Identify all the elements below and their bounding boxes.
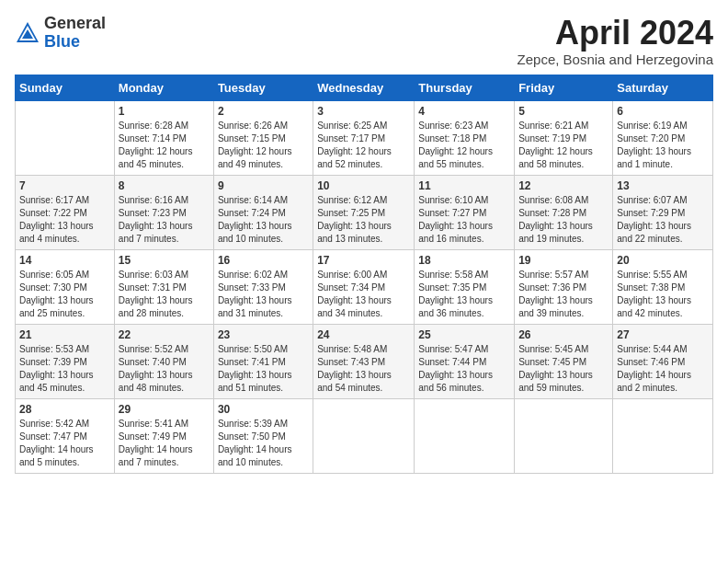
- day-cell: 22Sunrise: 5:52 AM Sunset: 7:40 PM Dayli…: [114, 324, 213, 398]
- logo-general: General: [44, 15, 106, 33]
- day-number: 1: [119, 105, 210, 118]
- day-number: 14: [19, 254, 110, 267]
- calendar-table: SundayMondayTuesdayWednesdayThursdayFrid…: [15, 75, 713, 474]
- day-cell: 13Sunrise: 6:07 AM Sunset: 7:29 PM Dayli…: [613, 175, 713, 249]
- day-number: 23: [218, 328, 309, 341]
- day-number: 9: [218, 179, 309, 192]
- day-number: 26: [518, 328, 609, 341]
- day-cell: 12Sunrise: 6:08 AM Sunset: 7:28 PM Dayli…: [515, 175, 613, 249]
- day-info: Sunrise: 5:55 AM Sunset: 7:38 PM Dayligh…: [617, 269, 709, 320]
- day-cell: 26Sunrise: 5:45 AM Sunset: 7:45 PM Dayli…: [515, 324, 613, 398]
- day-info: Sunrise: 6:10 AM Sunset: 7:27 PM Dayligh…: [418, 194, 510, 246]
- day-cell: 11Sunrise: 6:10 AM Sunset: 7:27 PM Dayli…: [415, 175, 515, 249]
- page-header: General Blue April 2024 Zepce, Bosnia an…: [15, 15, 713, 67]
- day-cell: 9Sunrise: 6:14 AM Sunset: 7:24 PM Daylig…: [213, 175, 313, 249]
- day-number: 22: [119, 328, 210, 341]
- day-number: 8: [119, 179, 210, 192]
- day-info: Sunrise: 5:44 AM Sunset: 7:46 PM Dayligh…: [617, 343, 709, 395]
- day-cell: 3Sunrise: 6:25 AM Sunset: 7:17 PM Daylig…: [313, 100, 415, 175]
- day-number: 17: [317, 254, 410, 267]
- day-cell: 6Sunrise: 6:19 AM Sunset: 7:20 PM Daylig…: [613, 100, 713, 175]
- day-info: Sunrise: 6:16 AM Sunset: 7:23 PM Dayligh…: [119, 194, 210, 246]
- header-cell-monday: Monday: [114, 75, 213, 100]
- day-info: Sunrise: 5:45 AM Sunset: 7:45 PM Dayligh…: [518, 343, 609, 395]
- header-cell-wednesday: Wednesday: [313, 75, 415, 100]
- day-info: Sunrise: 6:21 AM Sunset: 7:19 PM Dayligh…: [518, 120, 609, 171]
- day-number: 21: [19, 328, 110, 341]
- day-info: Sunrise: 6:08 AM Sunset: 7:28 PM Dayligh…: [518, 194, 609, 246]
- day-cell: 30Sunrise: 5:39 AM Sunset: 7:50 PM Dayli…: [213, 398, 313, 473]
- header-cell-saturday: Saturday: [613, 75, 713, 100]
- subtitle: Zepce, Bosnia and Herzegovina: [518, 52, 713, 67]
- day-cell: 25Sunrise: 5:47 AM Sunset: 7:44 PM Dayli…: [415, 324, 515, 398]
- day-cell: 14Sunrise: 6:05 AM Sunset: 7:30 PM Dayli…: [16, 249, 115, 324]
- month-title: April 2024: [518, 15, 713, 52]
- day-cell: 20Sunrise: 5:55 AM Sunset: 7:38 PM Dayli…: [613, 249, 713, 324]
- week-row-4: 21Sunrise: 5:53 AM Sunset: 7:39 PM Dayli…: [16, 324, 713, 398]
- day-info: Sunrise: 6:14 AM Sunset: 7:24 PM Dayligh…: [218, 194, 309, 246]
- day-info: Sunrise: 6:25 AM Sunset: 7:17 PM Dayligh…: [317, 120, 410, 171]
- day-cell: [313, 398, 415, 473]
- day-number: 11: [418, 179, 510, 192]
- header-cell-friday: Friday: [515, 75, 613, 100]
- day-number: 15: [119, 254, 210, 267]
- week-row-2: 7Sunrise: 6:17 AM Sunset: 7:22 PM Daylig…: [16, 175, 713, 249]
- day-info: Sunrise: 6:12 AM Sunset: 7:25 PM Dayligh…: [317, 194, 410, 246]
- week-row-1: 1Sunrise: 6:28 AM Sunset: 7:14 PM Daylig…: [16, 100, 713, 175]
- day-number: 20: [617, 254, 709, 267]
- day-cell: 1Sunrise: 6:28 AM Sunset: 7:14 PM Daylig…: [114, 100, 213, 175]
- day-cell: [515, 398, 613, 473]
- day-number: 13: [617, 179, 709, 192]
- week-row-3: 14Sunrise: 6:05 AM Sunset: 7:30 PM Dayli…: [16, 249, 713, 324]
- day-cell: 15Sunrise: 6:03 AM Sunset: 7:31 PM Dayli…: [114, 249, 213, 324]
- day-number: 27: [617, 328, 709, 341]
- logo-blue: Blue: [44, 33, 106, 52]
- day-info: Sunrise: 6:07 AM Sunset: 7:29 PM Dayligh…: [617, 194, 709, 246]
- title-block: April 2024 Zepce, Bosnia and Herzegovina: [518, 15, 713, 67]
- day-number: 7: [19, 179, 110, 192]
- day-info: Sunrise: 5:57 AM Sunset: 7:36 PM Dayligh…: [518, 269, 609, 320]
- header-cell-tuesday: Tuesday: [213, 75, 313, 100]
- day-info: Sunrise: 5:42 AM Sunset: 7:47 PM Dayligh…: [19, 418, 110, 469]
- day-info: Sunrise: 6:02 AM Sunset: 7:33 PM Dayligh…: [218, 269, 309, 320]
- day-number: 6: [617, 105, 709, 118]
- day-number: 24: [317, 328, 410, 341]
- day-info: Sunrise: 6:05 AM Sunset: 7:30 PM Dayligh…: [19, 269, 110, 320]
- day-number: 3: [317, 105, 410, 118]
- day-cell: 29Sunrise: 5:41 AM Sunset: 7:49 PM Dayli…: [114, 398, 213, 473]
- day-cell: 28Sunrise: 5:42 AM Sunset: 7:47 PM Dayli…: [16, 398, 115, 473]
- day-number: 2: [218, 105, 309, 118]
- day-info: Sunrise: 6:03 AM Sunset: 7:31 PM Dayligh…: [119, 269, 210, 320]
- logo: General Blue: [15, 15, 106, 52]
- day-cell: 10Sunrise: 6:12 AM Sunset: 7:25 PM Dayli…: [313, 175, 415, 249]
- day-cell: 5Sunrise: 6:21 AM Sunset: 7:19 PM Daylig…: [515, 100, 613, 175]
- day-cell: 4Sunrise: 6:23 AM Sunset: 7:18 PM Daylig…: [415, 100, 515, 175]
- logo-icon: [15, 20, 40, 46]
- day-cell: 17Sunrise: 6:00 AM Sunset: 7:34 PM Dayli…: [313, 249, 415, 324]
- day-cell: 16Sunrise: 6:02 AM Sunset: 7:33 PM Dayli…: [213, 249, 313, 324]
- day-number: 28: [19, 403, 110, 416]
- day-info: Sunrise: 6:23 AM Sunset: 7:18 PM Dayligh…: [418, 120, 510, 171]
- day-cell: [16, 100, 115, 175]
- day-cell: 24Sunrise: 5:48 AM Sunset: 7:43 PM Dayli…: [313, 324, 415, 398]
- day-number: 12: [518, 179, 609, 192]
- day-number: 18: [418, 254, 510, 267]
- day-cell: 23Sunrise: 5:50 AM Sunset: 7:41 PM Dayli…: [213, 324, 313, 398]
- day-info: Sunrise: 5:53 AM Sunset: 7:39 PM Dayligh…: [19, 343, 110, 395]
- day-cell: [613, 398, 713, 473]
- header-cell-sunday: Sunday: [16, 75, 115, 100]
- header-row: SundayMondayTuesdayWednesdayThursdayFrid…: [16, 75, 713, 100]
- week-row-5: 28Sunrise: 5:42 AM Sunset: 7:47 PM Dayli…: [16, 398, 713, 473]
- day-cell: 21Sunrise: 5:53 AM Sunset: 7:39 PM Dayli…: [16, 324, 115, 398]
- day-number: 29: [119, 403, 210, 416]
- day-cell: 2Sunrise: 6:26 AM Sunset: 7:15 PM Daylig…: [213, 100, 313, 175]
- day-cell: [415, 398, 515, 473]
- day-number: 30: [218, 403, 309, 416]
- day-cell: 19Sunrise: 5:57 AM Sunset: 7:36 PM Dayli…: [515, 249, 613, 324]
- day-number: 4: [418, 105, 510, 118]
- logo-text: General Blue: [44, 15, 106, 52]
- day-info: Sunrise: 5:39 AM Sunset: 7:50 PM Dayligh…: [218, 418, 309, 469]
- day-info: Sunrise: 6:28 AM Sunset: 7:14 PM Dayligh…: [119, 120, 210, 171]
- day-number: 16: [218, 254, 309, 267]
- day-info: Sunrise: 6:17 AM Sunset: 7:22 PM Dayligh…: [19, 194, 110, 246]
